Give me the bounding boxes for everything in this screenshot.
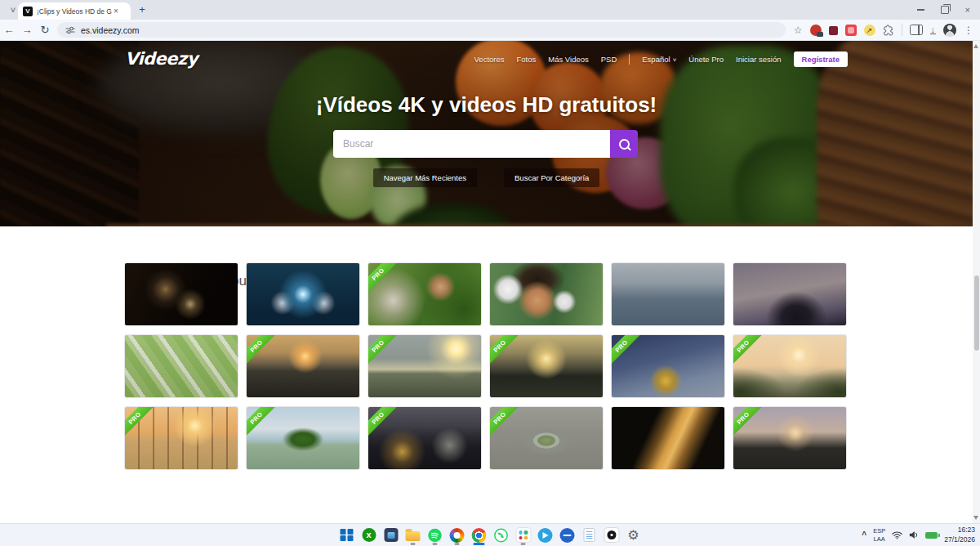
maximize-button[interactable] bbox=[941, 6, 949, 14]
video-thumbnail-9[interactable]: PRO bbox=[368, 335, 481, 397]
extension-icon-4[interactable] bbox=[864, 25, 875, 36]
search-input[interactable] bbox=[333, 130, 610, 158]
scroll-up-icon[interactable] bbox=[973, 44, 978, 48]
downloads-icon[interactable]: ↓ bbox=[930, 25, 937, 35]
page-content: Video Metraje Popular PROPROPROPROPROPRO… bbox=[0, 226, 980, 523]
taskbar-chat-ai-icon[interactable] bbox=[603, 525, 621, 546]
chevron-down-icon: ˅ bbox=[673, 56, 677, 64]
battery-icon[interactable] bbox=[925, 532, 938, 539]
tab-close-icon[interactable]: × bbox=[114, 7, 118, 16]
video-thumbnail-16[interactable]: PRO bbox=[490, 407, 603, 469]
menu-kebab-icon[interactable]: ⋮ bbox=[964, 25, 973, 36]
browse-category-button[interactable]: Buscar Por Categoría bbox=[504, 168, 599, 187]
taskbar-whatsapp-icon[interactable] bbox=[492, 525, 510, 546]
browser-tab[interactable]: V ¡Clips y Videos HD de Gratis en × bbox=[18, 2, 131, 20]
volume-icon[interactable] bbox=[909, 530, 919, 539]
browser-tabstrip: ˅ V ¡Clips y Videos HD de Gratis en × + … bbox=[0, 0, 980, 20]
video-thumbnail-8[interactable]: PRO bbox=[247, 335, 359, 397]
signup-button[interactable]: Regístrate bbox=[794, 51, 848, 67]
side-panel-icon[interactable] bbox=[910, 25, 923, 35]
reload-button[interactable]: ↻ bbox=[36, 24, 54, 36]
taskbar-apps: x ⚙ bbox=[338, 524, 643, 546]
scroll-down-icon[interactable] bbox=[973, 516, 978, 520]
nav-link-fotos[interactable]: Fotos bbox=[517, 55, 537, 64]
nav-link-psd[interactable]: PSD bbox=[601, 55, 617, 64]
hero-decoration-wood bbox=[0, 41, 139, 226]
scrollbar[interactable] bbox=[973, 41, 980, 523]
video-thumbnail-3[interactable]: PRO bbox=[368, 263, 481, 325]
taskbar-slack-icon[interactable] bbox=[514, 525, 532, 546]
close-button[interactable]: × bbox=[965, 6, 970, 15]
nav-link-login[interactable]: Iniciar sesión bbox=[736, 55, 781, 64]
url-text[interactable]: es.videezy.com bbox=[81, 25, 140, 35]
taskbar-spotify-icon[interactable] bbox=[426, 525, 444, 546]
nav-link-mas-videos[interactable]: Más Videos bbox=[548, 55, 588, 64]
video-thumbnail-15[interactable]: PRO bbox=[368, 407, 481, 469]
scrollbar-thumb[interactable] bbox=[974, 275, 979, 351]
tab-favicon: V bbox=[23, 7, 33, 16]
pro-badge: PRO bbox=[490, 335, 520, 367]
taskbar-chrome-icon[interactable] bbox=[470, 525, 488, 546]
pro-badge: PRO bbox=[490, 407, 520, 439]
extension-icon-3[interactable] bbox=[845, 25, 857, 36]
language-selector[interactable]: Español˅ bbox=[642, 55, 676, 64]
pro-badge: PRO bbox=[247, 407, 277, 439]
video-thumbnail-17[interactable] bbox=[612, 407, 724, 469]
taskbar-settings-icon[interactable]: ⚙ bbox=[625, 525, 643, 546]
pro-badge: PRO bbox=[733, 407, 764, 439]
pro-badge: PRO bbox=[368, 407, 399, 439]
nav-link-unete-pro[interactable]: Únete Pro bbox=[688, 55, 724, 64]
new-tab-button[interactable]: + bbox=[136, 3, 149, 16]
taskbar-file-explorer-icon[interactable] bbox=[404, 525, 422, 546]
language-bottom: LAA bbox=[874, 535, 885, 543]
address-bar[interactable]: es.videezy.com bbox=[57, 22, 786, 38]
profile-avatar[interactable] bbox=[943, 24, 956, 37]
taskbar-telegram-icon[interactable] bbox=[537, 525, 555, 546]
wifi-icon[interactable] bbox=[892, 530, 902, 539]
bookmark-star-icon[interactable]: ☆ bbox=[794, 25, 803, 36]
pro-badge: PRO bbox=[368, 263, 399, 295]
language-label: Español bbox=[642, 55, 670, 64]
hero-quick-buttons: Navegar Más Recientes Buscar Por Categor… bbox=[125, 168, 848, 187]
pro-badge: PRO bbox=[612, 335, 642, 367]
site-logo[interactable]: Videezy bbox=[125, 49, 198, 69]
window-controls: × bbox=[917, 0, 975, 20]
video-thumbnail-6[interactable] bbox=[733, 263, 846, 325]
taskbar-blue-dash-app-icon[interactable] bbox=[559, 525, 577, 546]
taskbar-notepad-icon[interactable] bbox=[581, 525, 599, 546]
minimize-button[interactable] bbox=[917, 9, 924, 11]
pro-badge: PRO bbox=[368, 335, 399, 367]
video-thumbnail-11[interactable]: PRO bbox=[612, 335, 724, 397]
extension-icon-2[interactable] bbox=[829, 26, 838, 35]
tray-chevron-icon[interactable]: ^ bbox=[862, 530, 866, 539]
video-thumbnail-7[interactable] bbox=[125, 335, 238, 397]
video-thumbnail-14[interactable]: PRO bbox=[247, 407, 359, 469]
hero-section: Videezy Vectores Fotos Más Videos PSD Es… bbox=[0, 41, 980, 226]
video-thumbnail-18[interactable]: PRO bbox=[733, 407, 846, 469]
video-thumbnail-5[interactable] bbox=[612, 263, 724, 325]
video-thumbnail-10[interactable]: PRO bbox=[490, 335, 603, 397]
clock[interactable]: 16:23 27/1/2026 bbox=[944, 526, 975, 544]
browse-recent-button[interactable]: Navegar Más Recientes bbox=[373, 168, 477, 187]
pro-badge: PRO bbox=[125, 407, 155, 439]
nav-link-vectores[interactable]: Vectores bbox=[474, 55, 505, 64]
extension-icon-1[interactable] bbox=[810, 25, 822, 36]
tray-time: 16:23 bbox=[958, 526, 975, 534]
video-thumbnail-12[interactable]: PRO bbox=[733, 335, 846, 397]
taskbar-microsoft-store-icon[interactable] bbox=[382, 525, 400, 546]
pro-badge: PRO bbox=[247, 335, 277, 367]
site-settings-icon[interactable] bbox=[65, 25, 75, 35]
language-indicator[interactable]: ESP LAA bbox=[873, 527, 885, 544]
video-thumbnail-2[interactable] bbox=[247, 263, 359, 325]
taskbar-xbox-icon[interactable]: x bbox=[360, 525, 378, 546]
video-thumbnail-4[interactable] bbox=[490, 263, 603, 325]
search-button[interactable] bbox=[610, 130, 638, 158]
back-button[interactable]: ← bbox=[0, 24, 18, 36]
extensions-puzzle-icon[interactable] bbox=[883, 25, 894, 36]
video-thumbnail-13[interactable]: PRO bbox=[125, 407, 238, 469]
taskbar-windows-start-icon[interactable] bbox=[338, 525, 356, 546]
taskbar-office-icon[interactable] bbox=[448, 525, 466, 546]
forward-button[interactable]: → bbox=[18, 24, 36, 36]
tray-date: 27/1/2026 bbox=[944, 535, 975, 544]
video-thumbnail-1[interactable] bbox=[125, 263, 238, 325]
